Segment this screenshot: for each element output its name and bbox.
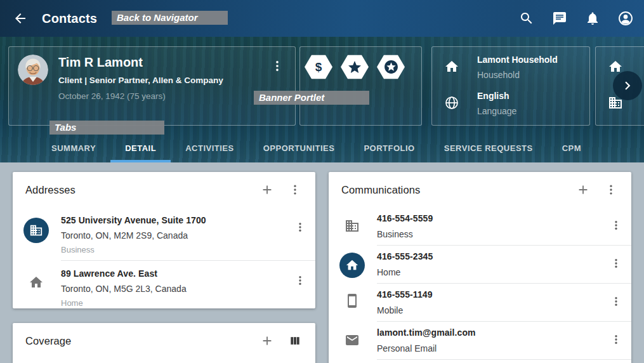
household-label: Household — [477, 70, 558, 80]
chevron-right-icon — [619, 77, 636, 94]
smartphone-icon — [345, 293, 360, 308]
plus-icon — [260, 183, 274, 197]
tab-cpm[interactable]: CPM — [548, 136, 596, 162]
add-communication-button[interactable] — [569, 177, 597, 202]
building-icon — [345, 218, 360, 234]
home-icon — [444, 59, 459, 74]
comm-row-business-phone[interactable]: 416-554-5559 Business — [329, 208, 631, 246]
language-label: Language — [477, 106, 516, 116]
tab-summary[interactable]: SUMMARY — [37, 136, 110, 162]
comm-row-kebab-icon[interactable] — [601, 289, 631, 315]
communications-title: Communications — [341, 184, 569, 196]
coverage-title: Coverage — [25, 335, 253, 347]
address-line1: 525 University Avenue, Suite 1700 — [61, 215, 285, 225]
home-circle-icon — [339, 253, 365, 278]
address-line2: Toronto, ON, M5G 2L3, Canada — [61, 284, 285, 294]
phone-number: 416-554-5559 — [377, 213, 601, 223]
address-row-kebab-icon[interactable] — [285, 268, 315, 308]
comm-row-mobile-phone[interactable]: 416-555-1149 Mobile — [329, 284, 631, 322]
building-circle-icon — [23, 218, 49, 243]
language-item[interactable]: English Language — [432, 89, 589, 126]
phone-type: Mobile — [377, 305, 601, 315]
account-icon[interactable] — [617, 10, 634, 27]
phone-number: 416-555-2345 — [377, 251, 601, 261]
profile-text: Tim R Lamont Client | Senior Partner, Al… — [58, 55, 268, 117]
annotation-back-to-navigator: Back to Navigator — [112, 11, 228, 25]
star-badge-icon[interactable] — [341, 55, 369, 79]
home-icon — [29, 275, 44, 290]
chat-icon[interactable] — [551, 10, 568, 27]
star-circle-badge-icon[interactable] — [377, 55, 405, 79]
back-button[interactable] — [11, 10, 29, 27]
contact-photo-avatar — [18, 55, 48, 85]
tab-detail[interactable]: DETAIL — [110, 136, 171, 162]
addresses-header: Addresses — [13, 172, 315, 208]
badges-card: $ — [299, 46, 422, 126]
search-icon[interactable] — [518, 10, 535, 27]
annotation-banner-portlet: Banner Portlet — [254, 91, 369, 105]
page-title: Contacts — [42, 11, 97, 26]
comm-row-kebab-icon[interactable] — [601, 327, 631, 353]
annotation-tabs: Tabs — [49, 121, 164, 135]
phone-type: Home — [377, 267, 601, 277]
tab-bar: SUMMARY DETAIL ACTIVITIES OPPORTUNITIES … — [37, 136, 596, 162]
notifications-bell-icon[interactable] — [584, 10, 601, 27]
plus-icon — [576, 183, 590, 197]
household-name: Lamont Household — [477, 55, 558, 65]
coverage-header: Coverage — [13, 323, 315, 359]
addresses-card: Addresses 525 University Avenue, Suite 1… — [13, 172, 315, 308]
language-value: English — [477, 91, 516, 101]
tab-activities[interactable]: ACTIVITIES — [171, 136, 249, 162]
household-item[interactable]: Lamont Household Household — [432, 53, 589, 89]
arrow-back-icon — [13, 11, 28, 26]
contact-role: Client | Senior Partner, Allen & Company — [58, 76, 268, 85]
email-icon — [345, 333, 360, 348]
profile-menu-kebab-icon[interactable] — [268, 57, 286, 75]
household-card: Lamont Household Household English Langu… — [431, 46, 590, 126]
contact-birthdate: October 26, 1942 (75 years) — [58, 91, 268, 101]
address-row-home[interactable]: 89 Lawrence Ave. East Toronto, ON, M5G 2… — [13, 261, 315, 314]
app-bar: Contacts Back to Navigator — [0, 0, 644, 37]
add-coverage-button[interactable] — [253, 328, 281, 353]
comm-row-home-phone[interactable]: 416-555-2345 Home — [329, 246, 631, 284]
banner-portlet: Tim R Lamont Client | Senior Partner, Al… — [0, 37, 644, 162]
view-columns-icon[interactable] — [281, 328, 309, 353]
phone-type: Business — [377, 229, 601, 239]
email-address: lamont.tim@gmail.com — [377, 327, 601, 338]
contact-name: Tim R Lamont — [58, 55, 268, 70]
addresses-title: Addresses — [25, 184, 253, 196]
address-row-business[interactable]: 525 University Avenue, Suite 1700 Toront… — [13, 208, 315, 261]
address-type: Home — [61, 298, 285, 308]
dollar-badge-icon[interactable]: $ — [305, 55, 332, 79]
carousel-next-button[interactable] — [613, 71, 642, 100]
address-row-kebab-icon[interactable] — [285, 215, 315, 254]
address-line2: Toronto, ON, M2M 2S9, Canada — [61, 230, 285, 241]
comm-row-personal-email[interactable]: lamont.tim@gmail.com Personal Email — [329, 322, 631, 360]
comm-row-kebab-icon[interactable] — [601, 213, 631, 239]
address-line1: 89 Lawrence Ave. East — [61, 268, 285, 279]
add-address-button[interactable] — [253, 177, 281, 202]
coverage-card: Coverage — [13, 323, 315, 363]
detail-content: Addresses 525 University Avenue, Suite 1… — [0, 162, 644, 363]
communications-card: Communications 416-554-5559 Bu — [329, 172, 631, 363]
phone-number: 416-555-1149 — [377, 289, 601, 300]
addresses-menu-kebab-icon[interactable] — [281, 177, 309, 202]
communications-menu-kebab-icon[interactable] — [597, 177, 625, 202]
tab-service-requests[interactable]: SERVICE REQUESTS — [430, 136, 548, 162]
email-type: Personal Email — [377, 343, 601, 353]
globe-icon — [444, 95, 459, 110]
communications-header: Communications — [329, 172, 631, 208]
app-bar-actions — [518, 0, 634, 37]
tab-portfolio[interactable]: PORTFOLIO — [349, 136, 429, 162]
comm-row-kebab-icon[interactable] — [601, 251, 631, 277]
contacts-page: Contacts Back to Navigator — [0, 0, 644, 363]
profile-card: Tim R Lamont Client | Senior Partner, Al… — [8, 46, 296, 126]
tab-opportunities[interactable]: OPPORTUNITIES — [249, 136, 350, 162]
plus-icon — [260, 334, 274, 348]
address-type: Business — [61, 245, 285, 254]
